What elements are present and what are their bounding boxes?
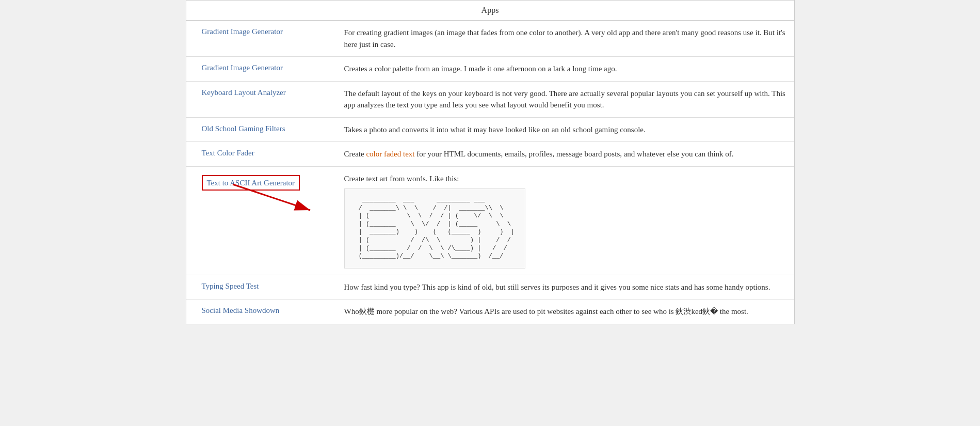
app-name-cell: Social Media Showdown [186, 299, 336, 324]
app-desc-cell: Who鈥檚 more popular on the web? Various A… [336, 299, 794, 324]
ascii-art-preview: _________ ___ _________ ___ / _______\ \… [344, 188, 526, 269]
app-name-cell: Old School Gaming Filters [186, 117, 336, 142]
app-description: Creates a color palette from an image. I… [344, 63, 786, 75]
app-desc-cell: For creating gradient images (an image t… [336, 21, 794, 57]
app-description: How fast kind you type? This app is kind… [344, 281, 786, 293]
app-name-cell: Text Color Fader [186, 142, 336, 167]
table-row: Gradient Image GeneratorFor creating gra… [186, 21, 794, 57]
table-row: Social Media ShowdownWho鈥檚 more popular … [186, 299, 794, 324]
app-desc-cell: Creates a color palette from an image. I… [336, 57, 794, 82]
app-desc-cell: The default layout of the keys on your k… [336, 81, 794, 117]
app-description: Who鈥檚 more popular on the web? Various A… [344, 306, 786, 318]
app-name-cell: Gradient Image Generator [186, 57, 336, 82]
app-description: Create text art from words. Like this: [344, 173, 786, 185]
main-container: Apps Gradient Image GeneratorFor creatin… [186, 0, 795, 324]
table-row: Gradient Image GeneratorCreates a color … [186, 57, 794, 82]
app-link-social-media[interactable]: Social Media Showdown [202, 306, 280, 314]
app-link-gradient-image-2[interactable]: Gradient Image Generator [202, 64, 283, 72]
app-link-gradient-image-1[interactable]: Gradient Image Generator [202, 27, 283, 36]
app-link-text-to-ascii[interactable]: Text to ASCII Art Generator [207, 179, 295, 187]
colored-text: color faded text [366, 150, 414, 158]
apps-table: Apps Gradient Image GeneratorFor creatin… [186, 1, 794, 324]
app-description: Takes a photo and converts it into what … [344, 124, 786, 136]
app-desc-cell: Create color faded text for your HTML do… [336, 142, 794, 167]
table-row: Text to ASCII Art GeneratorCreate text a… [186, 166, 794, 275]
app-link-text-color-fader[interactable]: Text Color Fader [202, 149, 254, 157]
app-desc-cell: Create text art from words. Like this: _… [336, 166, 794, 275]
app-name-cell: Keyboard Layout Analyzer [186, 81, 336, 117]
app-link-typing-speed[interactable]: Typing Speed Test [202, 282, 259, 290]
app-name-cell: Text to ASCII Art Generator [186, 166, 336, 275]
table-row: Text Color FaderCreate color faded text … [186, 142, 794, 167]
table-row: Typing Speed TestHow fast kind you type?… [186, 275, 794, 299]
app-desc-cell: Takes a photo and converts it into what … [336, 117, 794, 142]
app-desc-cell: How fast kind you type? This app is kind… [336, 275, 794, 299]
app-name-cell: Gradient Image Generator [186, 21, 336, 57]
table-header: Apps [186, 1, 794, 21]
app-description: The default layout of the keys on your k… [344, 88, 786, 111]
app-link-keyboard-layout[interactable]: Keyboard Layout Analyzer [202, 88, 286, 97]
app-link-old-school-gaming[interactable]: Old School Gaming Filters [202, 124, 285, 133]
table-row: Old School Gaming FiltersTakes a photo a… [186, 117, 794, 142]
table-row: Keyboard Layout AnalyzerThe default layo… [186, 81, 794, 117]
app-name-cell: Typing Speed Test [186, 275, 336, 299]
app-description: For creating gradient images (an image t… [344, 27, 786, 50]
app-description: Create color faded text for your HTML do… [344, 148, 786, 160]
